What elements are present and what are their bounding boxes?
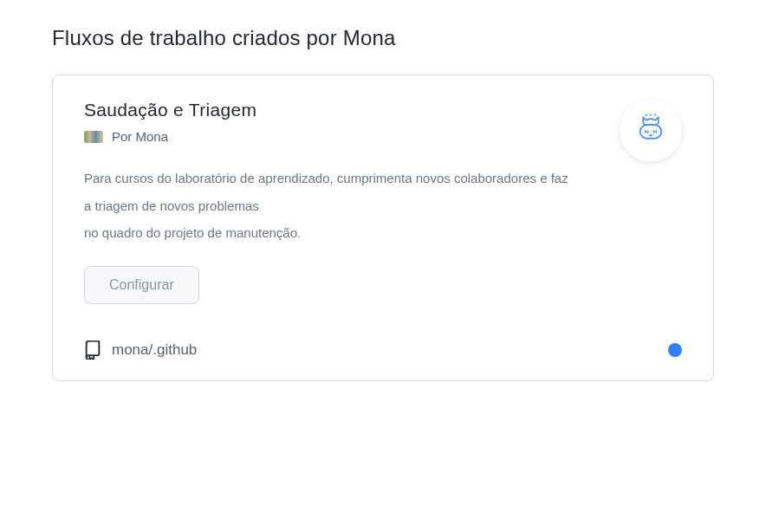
- status-indicator: [668, 343, 682, 357]
- mona-icon: [633, 113, 669, 149]
- workflow-byline: Por Mona: [84, 129, 682, 144]
- card-footer: mona/.github: [84, 341, 682, 360]
- svg-point-2: [654, 114, 656, 116]
- description-line-2: no quadro do projeto de manutenção.: [84, 225, 301, 240]
- avatar: [84, 131, 103, 143]
- svg-point-1: [646, 114, 647, 116]
- description-line-1: Para cursos do laboratório de aprendizad…: [84, 171, 568, 213]
- repo-reference[interactable]: mona/.github: [84, 341, 197, 360]
- configure-button[interactable]: Configurar: [84, 266, 199, 304]
- repo-path: mona/.github: [112, 341, 197, 359]
- mona-badge: [620, 100, 682, 162]
- workflow-description: Para cursos do laboratório de aprendizad…: [84, 165, 569, 247]
- byline-text: Por Mona: [112, 129, 168, 144]
- workflow-card: Saudação e Triagem Por Mona Para cursos …: [52, 75, 714, 381]
- page-title: Fluxos de trabalho criados por Mona: [52, 26, 714, 50]
- repo-icon: [84, 341, 101, 360]
- workflow-title: Saudação e Triagem: [84, 100, 682, 120]
